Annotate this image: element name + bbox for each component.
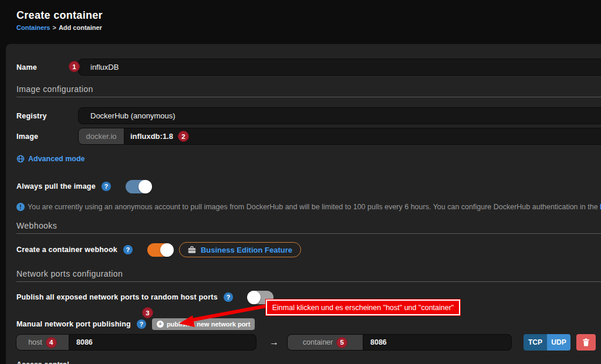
publish-all-row: Publish all exposed network ports to ran… [16, 290, 274, 304]
name-input[interactable]: influxDB [78, 59, 601, 76]
udp-button[interactable]: UDP [547, 334, 570, 351]
business-edition-label: Business Edition Feature [201, 246, 292, 254]
advanced-mode-link[interactable]: Advanced mode [16, 154, 85, 164]
section-network-ports: Network ports configuration [16, 270, 601, 282]
annotation-badge-4: 4 [46, 337, 57, 348]
always-pull-row: Always pull the image ? [16, 179, 151, 193]
briefcase-icon [188, 246, 196, 254]
create-webhook-label: Create a container webhook [16, 246, 117, 254]
trash-icon [582, 338, 590, 346]
question-mark-icon[interactable]: ? [102, 182, 111, 191]
publish-all-label: Publish all exposed network ports to ran… [16, 293, 218, 301]
toggle-knob [160, 243, 174, 257]
host-addon-label: host [28, 338, 42, 346]
image-row: Image docker.io influxdb:1.8 2 [16, 128, 601, 145]
annotation-callout: Einmal klicken und es erscheinen "host" … [266, 300, 460, 315]
host-port-value: 8086 [76, 338, 93, 346]
breadcrumb-separator: > [52, 24, 56, 31]
container-port-group: container 5 8086 [287, 334, 512, 351]
image-registry-addon: docker.io [78, 128, 124, 145]
annotation-badge-3: 3 [142, 307, 153, 318]
business-edition-pill[interactable]: Business Edition Feature [179, 242, 301, 257]
remove-port-button[interactable] [576, 334, 596, 351]
pull-info-text: You are currently using an anonymous acc… [28, 203, 601, 211]
registry-value: DockerHub (anonymous) [90, 111, 175, 120]
globe-icon [16, 155, 25, 163]
breadcrumb: Containers>Add container [16, 24, 102, 31]
container-port-input[interactable]: 8086 [363, 334, 512, 351]
publish-new-port-button[interactable]: + publish a new network port [152, 318, 255, 330]
container-addon: container 5 [287, 334, 363, 351]
create-webhook-row: Create a container webhook ? Business Ed… [16, 242, 301, 257]
port-mapping-row: host 4 8086 → container 5 8086 TCP UDP [16, 334, 601, 351]
question-mark-icon[interactable]: ? [123, 245, 133, 254]
annotation-callout-text: Einmal klicken und es erscheinen "host" … [272, 304, 454, 312]
create-container-form-panel: Name influxDB Image configuration Regist… [6, 44, 601, 364]
advanced-mode-label: Advanced mode [28, 155, 85, 163]
annotation-badge-2: 2 [178, 131, 189, 142]
section-webhooks: Webhooks [16, 222, 601, 234]
toggle-knob [247, 291, 261, 304]
always-pull-toggle[interactable] [126, 180, 151, 193]
breadcrumb-current: Add container [59, 24, 102, 31]
manual-publish-row: Manual network port publishing ? + publi… [16, 318, 255, 331]
pull-info-body: You are currently using an anonymous acc… [28, 203, 600, 211]
annotation-badge-5: 5 [336, 337, 347, 348]
tcp-button[interactable]: TCP [524, 334, 547, 351]
create-container-page: { "icons": { "question": "?", "info": "!… [0, 0, 601, 364]
question-mark-icon[interactable]: ? [137, 319, 146, 329]
host-port-group: host 4 8086 [16, 334, 256, 351]
container-port-value: 8086 [370, 338, 387, 346]
page-title: Create container [16, 9, 103, 22]
image-label: Image [16, 132, 78, 141]
publish-new-port-label: publish a new network port [167, 321, 250, 328]
port-map-arrow-icon: → [269, 337, 279, 348]
registry-row: Registry DockerHub (anonymous) [16, 107, 601, 124]
manual-publish-label: Manual network port publishing [16, 320, 131, 328]
breadcrumb-containers-link[interactable]: Containers [16, 24, 50, 31]
container-addon-label: container [303, 338, 333, 346]
always-pull-label: Always pull the image [16, 182, 96, 190]
toggle-knob [139, 180, 152, 193]
image-input-group: docker.io influxdb:1.8 2 [78, 128, 601, 145]
create-webhook-toggle[interactable] [147, 243, 173, 257]
clipped-bottom-text: Access control [16, 360, 69, 364]
plus-circle-icon: + [157, 321, 164, 328]
image-input[interactable]: influxdb:1.8 2 [124, 128, 601, 145]
name-value: influxDB [90, 63, 119, 72]
info-icon: ! [16, 203, 25, 211]
protocol-button-group: TCP UDP [524, 334, 570, 351]
host-addon: host 4 [16, 334, 69, 351]
image-value: influxdb:1.8 [130, 132, 173, 141]
question-mark-icon[interactable]: ? [224, 292, 233, 302]
annotation-badge-1: 1 [69, 61, 80, 72]
image-addon-text: docker.io [86, 132, 116, 141]
section-image-configuration: Image configuration [16, 85, 601, 97]
registry-label: Registry [16, 112, 78, 120]
registry-select[interactable]: DockerHub (anonymous) [78, 107, 601, 124]
host-port-input[interactable]: 8086 [69, 334, 256, 351]
pull-info-row: ! You are currently using an anonymous a… [16, 202, 601, 212]
name-row: Name influxDB [16, 59, 601, 76]
